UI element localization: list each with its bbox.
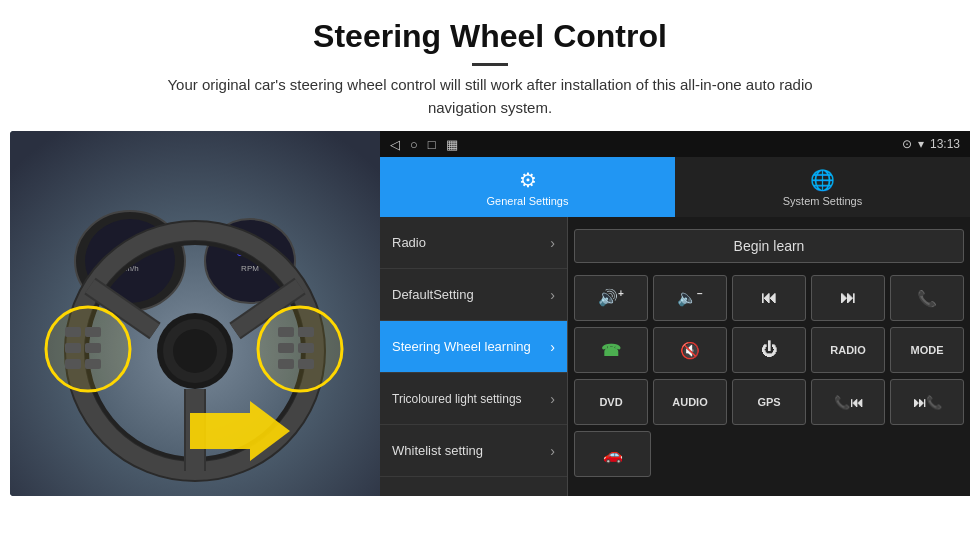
- begin-learn-row: Begin learn: [574, 223, 964, 269]
- svg-rect-29: [298, 327, 314, 337]
- recents-icon: □: [428, 137, 436, 152]
- answer-button[interactable]: ☎: [574, 327, 648, 373]
- mute-icon: 🔇: [680, 341, 700, 360]
- main-content: 80 km/h 3000 RPM: [0, 131, 980, 496]
- audio-button[interactable]: AUDIO: [653, 379, 727, 425]
- title-divider: [472, 63, 508, 66]
- menu-item-radio-label: Radio: [392, 235, 426, 250]
- chevron-right-icon: ›: [550, 287, 555, 303]
- home-icon: ○: [410, 137, 418, 152]
- svg-point-13: [173, 329, 217, 373]
- ctrl-row-1: 🔊+ 🔈− ⏮ ⏭ 📞: [574, 275, 964, 321]
- phone-next-button[interactable]: ⏭📞: [890, 379, 964, 425]
- time-display: 13:13: [930, 137, 960, 151]
- menu-item-steering-label: Steering Wheel learning: [392, 339, 531, 354]
- phone-button[interactable]: 📞: [890, 275, 964, 321]
- panel-body: Radio › DefaultSetting › Steering Wheel …: [380, 217, 970, 496]
- svg-text:RPM: RPM: [241, 264, 259, 273]
- svg-rect-31: [298, 343, 314, 353]
- prev-icon: ⏮: [761, 289, 777, 307]
- android-ui: ◁ ○ □ ▦ ⊙ ▾ 13:13 ⚙ General Settings 🌐 S…: [380, 131, 970, 496]
- whitelist-row: 🚗: [574, 431, 964, 477]
- next-icon: ⏭: [840, 289, 856, 307]
- begin-learn-button[interactable]: Begin learn: [574, 229, 964, 263]
- car-icon: 🚗: [603, 445, 623, 464]
- phone-next-icon: ⏭📞: [913, 395, 942, 410]
- tab-system-label: System Settings: [783, 195, 862, 207]
- chevron-right-icon: ›: [550, 339, 555, 355]
- status-bar-right: ⊙ ▾ 13:13: [902, 137, 960, 151]
- system-settings-icon: 🌐: [810, 168, 835, 192]
- tab-general[interactable]: ⚙ General Settings: [380, 157, 675, 217]
- menu-item-steering[interactable]: Steering Wheel learning ›: [380, 321, 567, 373]
- next-track-button[interactable]: ⏭: [811, 275, 885, 321]
- vol-down-button[interactable]: 🔈−: [653, 275, 727, 321]
- ctrl-row-3: DVD AUDIO GPS 📞⏮ ⏭📞: [574, 379, 964, 425]
- radio-button[interactable]: RADIO: [811, 327, 885, 373]
- dvd-button[interactable]: DVD: [574, 379, 648, 425]
- audio-label: AUDIO: [672, 396, 707, 408]
- mode-label: MODE: [911, 344, 944, 356]
- answer-icon: ☎: [601, 341, 621, 360]
- phone-icon: 📞: [917, 289, 937, 308]
- back-icon: ◁: [390, 137, 400, 152]
- status-bar: ◁ ○ □ ▦ ⊙ ▾ 13:13: [380, 131, 970, 157]
- steering-wheel-section: 80 km/h 3000 RPM: [10, 131, 380, 496]
- prev-track-button[interactable]: ⏮: [732, 275, 806, 321]
- dvd-label: DVD: [599, 396, 622, 408]
- ctrl-row-2: ☎ 🔇 ⏻ RADIO MODE: [574, 327, 964, 373]
- svg-rect-26: [65, 359, 81, 369]
- general-settings-icon: ⚙: [519, 168, 537, 192]
- power-button[interactable]: ⏻: [732, 327, 806, 373]
- svg-rect-24: [65, 343, 81, 353]
- phone-prev-button[interactable]: 📞⏮: [811, 379, 885, 425]
- chevron-right-icon: ›: [550, 235, 555, 251]
- mode-button[interactable]: MODE: [890, 327, 964, 373]
- radio-label: RADIO: [830, 344, 865, 356]
- menu-item-whitelist[interactable]: Whitelist setting ›: [380, 425, 567, 477]
- phone-prev-icon: 📞⏮: [834, 395, 863, 410]
- svg-rect-28: [278, 327, 294, 337]
- svg-rect-22: [65, 327, 81, 337]
- svg-rect-27: [85, 359, 101, 369]
- menu-item-default-label: DefaultSetting: [392, 287, 474, 302]
- vol-up-button[interactable]: 🔊+: [574, 275, 648, 321]
- whitelist-icon-button[interactable]: 🚗: [574, 431, 651, 477]
- svg-rect-23: [85, 327, 101, 337]
- page-description: Your original car's steering wheel contr…: [140, 74, 840, 119]
- chevron-right-icon: ›: [550, 443, 555, 459]
- vol-up-icon: 🔊+: [598, 288, 624, 307]
- gps-label: GPS: [757, 396, 780, 408]
- page-title: Steering Wheel Control: [60, 18, 920, 55]
- svg-rect-33: [298, 359, 314, 369]
- svg-rect-32: [278, 359, 294, 369]
- controls-area: Begin learn 🔊+ 🔈− ⏮ ⏭: [568, 217, 970, 496]
- status-bar-left: ◁ ○ □ ▦: [390, 137, 458, 152]
- menu-item-radio[interactable]: Radio ›: [380, 217, 567, 269]
- tab-system[interactable]: 🌐 System Settings: [675, 157, 970, 217]
- menu-item-whitelist-label: Whitelist setting: [392, 443, 483, 458]
- menu-icon: ▦: [446, 137, 458, 152]
- signal-icon: ▾: [918, 137, 924, 151]
- gps-button[interactable]: GPS: [732, 379, 806, 425]
- menu-item-default[interactable]: DefaultSetting ›: [380, 269, 567, 321]
- svg-rect-30: [278, 343, 294, 353]
- location-icon: ⊙: [902, 137, 912, 151]
- svg-rect-25: [85, 343, 101, 353]
- whitelist-spacer: [656, 431, 964, 477]
- menu-item-tricoloured[interactable]: Tricoloured light settings ›: [380, 373, 567, 425]
- vol-down-icon: 🔈−: [677, 288, 703, 307]
- tab-bar: ⚙ General Settings 🌐 System Settings: [380, 157, 970, 217]
- tab-general-label: General Settings: [487, 195, 569, 207]
- menu-list: Radio › DefaultSetting › Steering Wheel …: [380, 217, 568, 496]
- chevron-right-icon: ›: [550, 391, 555, 407]
- page-header: Steering Wheel Control Your original car…: [0, 0, 980, 131]
- menu-item-tricoloured-label: Tricoloured light settings: [392, 392, 522, 406]
- power-icon: ⏻: [761, 341, 777, 359]
- mute-button[interactable]: 🔇: [653, 327, 727, 373]
